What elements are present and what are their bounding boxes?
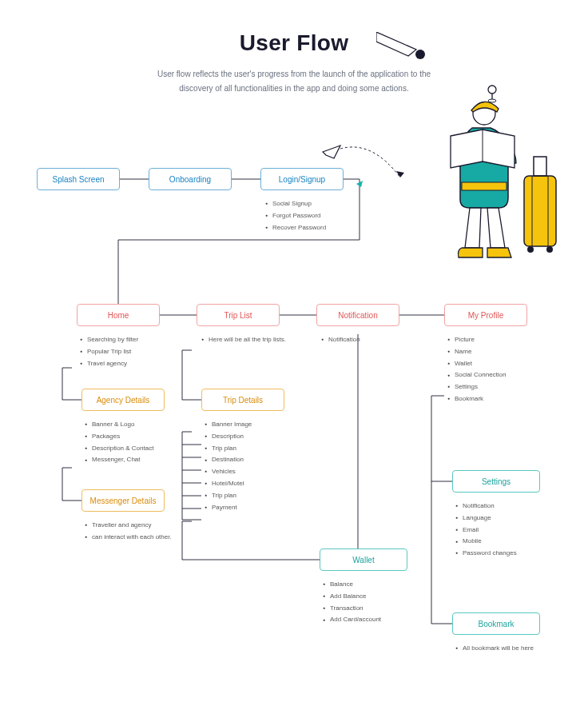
svg-rect-14 [524, 176, 556, 246]
node-splash-screen: Splash Screen [37, 168, 120, 190]
bullets-trip-list: Here will be all the trip lists. [201, 334, 286, 346]
node-onboarding: Onboarding [149, 168, 232, 190]
node-settings: Settings [452, 470, 540, 493]
bullets-notification: Notification [321, 334, 360, 346]
node-my-profile: My Profile [444, 304, 527, 326]
node-messenger-details: Messenger Details [81, 489, 165, 512]
svg-marker-13 [356, 181, 363, 187]
svg-point-19 [546, 246, 553, 253]
bullets-bookmark: All bookmark will be here [455, 643, 534, 655]
page-description: User flow reflects the user's progress f… [142, 67, 446, 96]
node-agency-details: Agency Details [81, 389, 165, 411]
svg-marker-12 [396, 171, 404, 178]
svg-point-18 [527, 246, 534, 253]
node-home: Home [77, 304, 160, 326]
bullets-settings: NotificationLanguageEmailMobilePassword … [455, 501, 517, 560]
svg-rect-20 [462, 182, 507, 190]
node-trip-list: Trip List [197, 304, 280, 326]
svg-point-11 [415, 50, 425, 59]
bullets-wallet: BalanceAdd BalanceTransactionAdd Card/ac… [323, 579, 381, 626]
paper-plane-illustration [316, 144, 412, 192]
svg-point-23 [488, 86, 496, 94]
node-notification: Notification [316, 304, 399, 326]
bullets-trip-details: Banner ImageDescriptionTrip planDestinat… [205, 419, 252, 513]
svg-point-24 [488, 99, 496, 102]
node-wallet: Wallet [320, 548, 407, 571]
bullets-my-profile: PictureNameWalletSocial ConnectionSettin… [447, 334, 507, 405]
node-bookmark: Bookmark [452, 612, 540, 635]
hand-pointer-illustration [376, 32, 432, 64]
bullets-home: Searching by filterPopular Trip listTrav… [80, 334, 138, 369]
node-trip-details: Trip Details [201, 389, 284, 411]
bullets-agency-details: Banner & LogoPackagesDescription & Conta… [85, 419, 153, 466]
page-title: User Flow [0, 30, 588, 56]
traveler-illustration [404, 80, 564, 264]
svg-rect-17 [534, 157, 546, 176]
bullets-messenger: Traveller and agencycan interact with ea… [85, 520, 172, 544]
bullets-login: Social SignupForgot PasswordRecover Pass… [265, 198, 326, 233]
